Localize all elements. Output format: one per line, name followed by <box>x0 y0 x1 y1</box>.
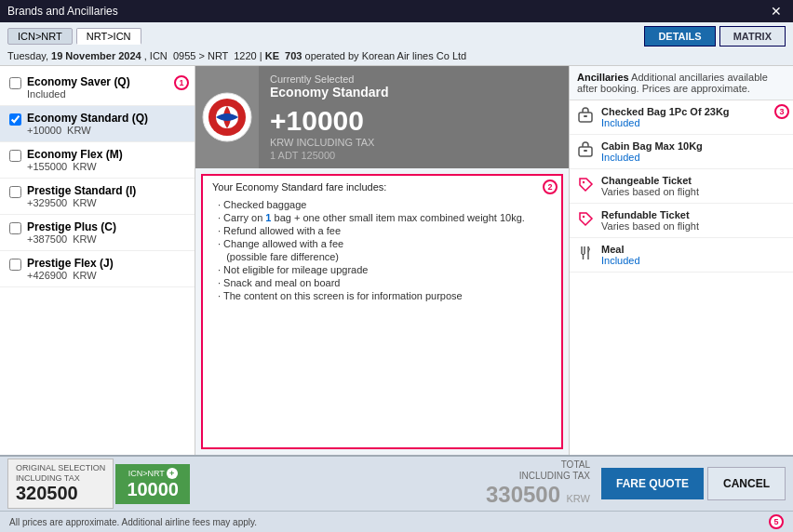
list-item: (possible fare difference) <box>218 250 552 263</box>
anc-name: Changeable Ticket <box>601 175 699 186</box>
orig-selection-price: 320500 <box>16 483 105 504</box>
fare-item-prestige-standard[interactable]: Prestige Standard (I) +329500 KRW <box>0 179 195 215</box>
anc-name: Meal <box>601 244 640 255</box>
list-item: · Change allowed with a fee <box>218 237 552 250</box>
anc-item-changeable: Changeable Ticket Varies based on flight <box>570 169 793 204</box>
fare-checkbox-prestige-plus[interactable] <box>9 222 21 234</box>
anc-name: Cabin Bag Max 10Kg <box>601 140 703 152</box>
bottom-bar: ORIGINAL SELECTIONINCLUDING TAX 320500 I… <box>0 455 793 511</box>
details-button[interactable]: DETAILS <box>644 26 715 47</box>
fare-name: Economy Standard (Q) <box>27 112 148 125</box>
anc-item-cabin-bag: Cabin Bag Max 10Kg Included <box>570 135 793 169</box>
circle-badge-5: 5 <box>769 514 784 529</box>
orig-selection-label: ORIGINAL SELECTIONINCLUDING TAX <box>16 463 105 484</box>
fare-price: +387500 KRW <box>27 233 116 245</box>
anc-sub: Included <box>601 152 703 163</box>
anc-text: Checked Bag 1Pc Of 23Kg Included <box>601 106 730 128</box>
fare-label: Prestige Plus (C) +387500 KRW <box>9 220 185 245</box>
fare-checkbox-economy-standard[interactable] <box>9 113 21 126</box>
total-price: 330500 <box>486 482 560 507</box>
svg-point-8 <box>583 216 585 218</box>
total-currency: KRW <box>567 493 590 504</box>
svg-rect-6 <box>584 150 587 152</box>
flight-info: Tuesday, 19 November 2024 , ICN 0955 > N… <box>7 50 786 61</box>
circle-badge-3: 3 <box>774 104 789 119</box>
list-item: · Refund allowed with a fee <box>218 224 552 237</box>
fare-quote-button[interactable]: FARE QUOTE <box>601 468 704 499</box>
list-item: · Carry on 1 bag + one other small item … <box>218 211 552 224</box>
ancillaries-panel: Ancillaries Additional ancillaries avail… <box>570 66 793 455</box>
anc-sub: Included <box>601 255 640 266</box>
adt-info: 1 ADT 125000 <box>270 150 389 161</box>
fare-item-economy-saver[interactable]: Economy Saver (Q) Included 1 <box>0 70 195 106</box>
anc-item-refundable: Refundable Ticket Varies based on flight <box>570 204 793 238</box>
fare-name: Economy Flex (M) <box>27 148 123 161</box>
selected-fare-name: Economy Standard <box>270 85 389 100</box>
fare-item-prestige-plus[interactable]: Prestige Plus (C) +387500 KRW <box>0 215 195 251</box>
segment-price: 10000 <box>127 479 179 500</box>
tab-icn-nrt[interactable]: ICN>NRT <box>7 28 73 45</box>
fare-item-economy-standard[interactable]: Economy Standard (Q) +10000 KRW <box>0 106 195 142</box>
anc-name: Refundable Ticket <box>601 209 699 220</box>
anc-sub: Varies based on flight <box>601 220 699 232</box>
price-display: +10000 <box>270 105 389 137</box>
tag-icon <box>577 176 594 193</box>
price-unit-label: KRW INCLUDING TAX <box>270 137 389 148</box>
fare-name: Prestige Flex (J) <box>27 257 114 270</box>
fare-item-economy-flex[interactable]: Economy Flex (M) +155000 KRW <box>0 142 195 179</box>
airline-logo-icon <box>201 91 253 143</box>
footer-bar: All prices are approximate. Additional a… <box>0 511 793 532</box>
main-window: Brands and Ancillaries ✕ ICN>NRT NRT>ICN… <box>0 0 793 532</box>
anc-text: Changeable Ticket Varies based on flight <box>601 175 699 197</box>
selected-fare-info: Currently Selected Economy Standard +100… <box>259 66 400 168</box>
fare-label: Economy Standard (Q) +10000 KRW <box>9 112 185 136</box>
fare-item-prestige-flex[interactable]: Prestige Flex (J) +426900 KRW <box>0 251 195 287</box>
anc-name: Checked Bag 1Pc Of 23Kg <box>601 106 730 117</box>
meal-icon <box>577 245 594 261</box>
fare-label: Prestige Standard (I) +329500 KRW <box>9 184 185 208</box>
header-buttons: DETAILS MATRIX <box>644 26 786 47</box>
segment-route: ICN>NRT + <box>128 468 178 479</box>
currently-selected-label: Currently Selected <box>270 73 389 85</box>
footer-note: All prices are approximate. Additional a… <box>9 517 257 527</box>
fare-header: Currently Selected Economy Standard +100… <box>195 66 569 168</box>
airline-logo-area <box>195 66 259 168</box>
fare-checkbox-economy-saver[interactable] <box>9 77 21 89</box>
fare-name: Prestige Plus (C) <box>27 220 116 233</box>
matrix-button[interactable]: MATRIX <box>719 26 786 47</box>
fare-price: +155000 KRW <box>27 161 123 172</box>
action-buttons: FARE QUOTE CANCEL <box>601 467 786 500</box>
fare-checkbox-economy-flex[interactable] <box>9 150 21 162</box>
segment-circle: + <box>167 468 178 479</box>
fare-details-list: · Checked baggage · Carry on 1 bag + one… <box>203 194 561 308</box>
circle-badge-1: 1 <box>174 75 189 90</box>
list-item: · Snack and meal on board <box>218 276 552 289</box>
window-title: Brands and Ancillaries <box>7 5 118 18</box>
svg-rect-4 <box>584 115 587 117</box>
anc-sub: Included <box>601 117 730 128</box>
fare-checkbox-prestige-standard[interactable] <box>9 186 21 198</box>
close-button[interactable]: ✕ <box>767 4 786 19</box>
fare-checkbox-prestige-flex[interactable] <box>9 259 21 271</box>
bag-icon <box>577 141 594 158</box>
anc-item-checked-bag: Checked Bag 1Pc Of 23Kg Included 3 <box>570 100 793 135</box>
title-bar: Brands and Ancillaries ✕ <box>0 0 793 22</box>
original-selection-box: ORIGINAL SELECTIONINCLUDING TAX 320500 <box>7 459 114 510</box>
fare-price: +10000 KRW <box>27 125 148 136</box>
fare-price: Included <box>27 88 130 100</box>
tab-nrt-icn[interactable]: NRT>ICN <box>76 28 141 45</box>
ancillaries-title: Ancillaries <box>577 72 629 83</box>
ancillaries-header: Ancillaries Additional ancillaries avail… <box>570 66 793 100</box>
cancel-button[interactable]: CANCEL <box>707 467 786 500</box>
segment-box: ICN>NRT + 10000 <box>115 464 190 504</box>
fare-label: Economy Saver (Q) Included <box>9 75 185 100</box>
list-item: · Checked baggage <box>218 198 552 211</box>
anc-item-meal: Meal Included <box>570 238 793 273</box>
fare-label: Prestige Flex (J) +426900 KRW <box>9 257 185 281</box>
center-panel: Currently Selected Economy Standard +100… <box>195 66 570 455</box>
fare-price: +329500 KRW <box>27 197 136 208</box>
anc-text: Refundable Ticket Varies based on flight <box>601 209 699 232</box>
fare-details-intro: Your Economy Standard fare includes: <box>203 176 561 194</box>
bag-icon <box>577 107 594 124</box>
fare-name: Prestige Standard (I) <box>27 184 136 197</box>
